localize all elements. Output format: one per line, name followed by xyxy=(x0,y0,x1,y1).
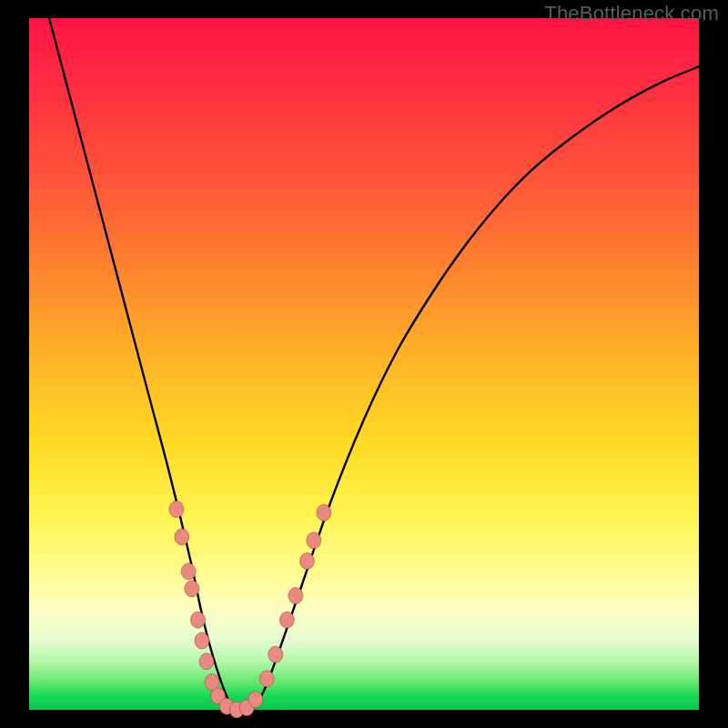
bottleneck-chart xyxy=(29,18,699,710)
data-marker xyxy=(288,588,303,604)
data-marker xyxy=(299,553,314,570)
data-marker xyxy=(279,612,294,628)
bottleneck-curve xyxy=(49,18,699,710)
data-marker xyxy=(195,632,209,649)
data-marker xyxy=(199,653,214,670)
chart-frame: TheBottleneck.com xyxy=(0,0,728,728)
data-marker xyxy=(307,532,321,549)
curve-layer xyxy=(49,18,699,710)
data-marker xyxy=(175,529,189,545)
data-marker xyxy=(169,501,184,518)
watermark-text: TheBottleneck.com xyxy=(544,2,719,25)
data-marker xyxy=(268,646,283,662)
data-marker xyxy=(185,581,199,597)
data-marker xyxy=(317,504,331,521)
marker-layer xyxy=(169,501,331,718)
data-marker xyxy=(248,692,263,708)
data-marker xyxy=(259,671,274,687)
data-marker xyxy=(181,563,196,580)
data-marker xyxy=(190,612,205,628)
